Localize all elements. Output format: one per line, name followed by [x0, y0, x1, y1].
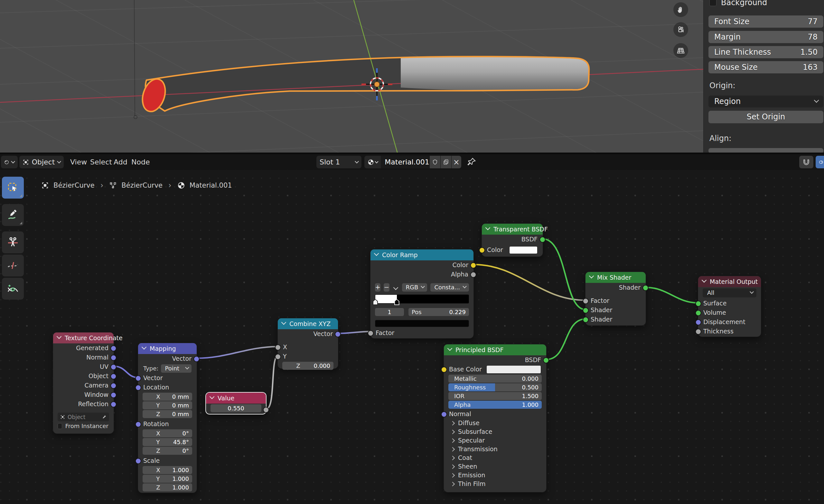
remove-stop-button[interactable]: −: [384, 283, 389, 292]
input-base-color[interactable]: Base Color: [444, 365, 546, 374]
input-shader-1[interactable]: Shader: [586, 305, 646, 315]
output-uv[interactable]: UV: [53, 362, 114, 372]
mouse-size-row[interactable]: Mouse Size 163: [708, 61, 823, 73]
set-origin-button[interactable]: Set Origin: [708, 111, 823, 123]
input-vector[interactable]: Vector: [138, 373, 197, 383]
input-color[interactable]: Color: [482, 245, 543, 255]
input-y[interactable]: Y: [278, 352, 338, 361]
3d-viewport[interactable]: Background Font Size 77 Margin 78 Line T…: [0, 0, 824, 153]
rotation-x-field[interactable]: X0°: [142, 429, 192, 437]
node-header[interactable]: Value: [206, 393, 266, 404]
color-ramp-gradient[interactable]: [375, 295, 469, 303]
input-factor[interactable]: Factor: [371, 328, 474, 337]
menu-select[interactable]: Select: [88, 156, 114, 168]
target-dropdown[interactable]: All: [703, 288, 756, 297]
socket[interactable]: [583, 298, 589, 304]
ramp-stop-1-selected[interactable]: [394, 299, 399, 305]
output-vector[interactable]: Vector: [138, 354, 197, 363]
base-color-swatch[interactable]: [486, 365, 541, 374]
orthographic-grid-icon[interactable]: [674, 43, 688, 58]
node-header[interactable]: Principled BSDF: [444, 344, 546, 355]
rotation-z-field[interactable]: Z0°: [142, 447, 192, 455]
material-browse-button[interactable]: [365, 156, 381, 168]
location-y-field[interactable]: Y0 mm: [142, 401, 192, 409]
node-canvas[interactable]: BézierCurve › BézierCurve › Material.001…: [0, 170, 824, 504]
slot-dropdown[interactable]: Slot 1: [316, 156, 362, 168]
rotation-y-field[interactable]: Y45.8°: [142, 438, 192, 446]
node-color-ramp[interactable]: Color Ramp Color Alpha + − RGB Consta...…: [370, 249, 474, 338]
socket[interactable]: [695, 329, 701, 335]
node-material-output[interactable]: Material Output All Surface Volume Displ…: [698, 276, 761, 337]
color-mode-dropdown[interactable]: RGB: [402, 283, 427, 292]
value-field[interactable]: 0.550: [210, 404, 262, 412]
input-x[interactable]: X: [278, 342, 338, 352]
input-shader-2[interactable]: Shader: [586, 315, 646, 324]
node-header[interactable]: Color Ramp: [371, 249, 474, 261]
socket[interactable]: [470, 262, 476, 269]
section-thin-film[interactable]: Thin Film: [444, 480, 546, 488]
socket[interactable]: [275, 354, 281, 360]
node-header[interactable]: Transparent BSDF: [482, 224, 543, 235]
node-header[interactable]: Combine XYZ: [278, 318, 338, 329]
node-texture-coordinate[interactable]: Texture Coordinate Generated Normal UV O…: [53, 332, 114, 434]
socket[interactable]: [110, 383, 116, 389]
output-normal[interactable]: Normal: [53, 353, 114, 362]
input-normal[interactable]: Normal: [444, 409, 546, 419]
menu-add[interactable]: Add: [112, 156, 129, 168]
input-rotation[interactable]: Rotation: [138, 419, 197, 429]
stop-color-swatch[interactable]: [375, 320, 469, 327]
breadcrumb-data[interactable]: BézierCurve: [121, 182, 163, 189]
socket[interactable]: [275, 344, 281, 350]
input-displacement[interactable]: Displacement: [698, 317, 761, 327]
input-surface[interactable]: Surface: [698, 299, 761, 308]
fake-user-button[interactable]: [430, 156, 440, 168]
node-principled-bsdf[interactable]: Principled BSDF BSDF Base Color Metallic…: [443, 344, 546, 492]
location-x-field[interactable]: X0 mm: [142, 393, 192, 401]
section-specular[interactable]: Specular: [444, 436, 546, 445]
stop-index-field[interactable]: 1: [375, 308, 404, 316]
pin-icon[interactable]: [467, 157, 476, 168]
scale-y-field[interactable]: Y1.000: [142, 475, 192, 483]
tool-add-reroute[interactable]: [2, 278, 24, 300]
input-thickness[interactable]: Thickness: [698, 327, 761, 336]
color-swatch[interactable]: [509, 246, 537, 254]
output-window[interactable]: Window: [53, 390, 114, 399]
socket[interactable]: [110, 373, 116, 380]
section-transmission[interactable]: Transmission: [444, 445, 546, 453]
ramp-stop-0[interactable]: [373, 299, 378, 305]
section-sheen[interactable]: Sheen: [444, 462, 546, 471]
new-material-button[interactable]: [441, 156, 451, 168]
origin-dropdown[interactable]: Region: [708, 96, 823, 107]
output-bsdf[interactable]: BSDF: [444, 355, 546, 365]
output-object[interactable]: Object: [53, 372, 114, 381]
alpha-slider[interactable]: Alpha 1.000: [448, 401, 542, 409]
background-checkbox[interactable]: [709, 0, 717, 6]
socket[interactable]: [695, 301, 701, 307]
socket[interactable]: [695, 319, 701, 325]
add-stop-button[interactable]: +: [375, 283, 381, 292]
tool-annotate[interactable]: [2, 204, 24, 226]
socket[interactable]: [695, 310, 701, 316]
output-bsdf[interactable]: BSDF: [482, 235, 543, 244]
from-instancer-checkbox[interactable]: [58, 423, 62, 429]
socket[interactable]: [479, 247, 485, 253]
input-factor[interactable]: Factor: [586, 296, 646, 305]
object-mode-dropdown[interactable]: Object: [19, 156, 64, 168]
output-alpha[interactable]: Alpha: [371, 270, 474, 279]
node-header[interactable]: Texture Coordinate: [53, 332, 114, 343]
line-thickness-row[interactable]: Line Thickness 1.50: [708, 46, 823, 58]
object-selector-field[interactable]: Object: [58, 413, 109, 421]
output-color[interactable]: Color: [371, 261, 474, 270]
location-z-field[interactable]: Z0 mm: [142, 410, 192, 418]
node-header[interactable]: Mapping: [138, 343, 197, 354]
node-value[interactable]: Value 0.550: [205, 392, 267, 414]
from-instancer-row[interactable]: From Instancer: [53, 421, 114, 431]
scale-x-field[interactable]: X1.000: [142, 466, 192, 474]
output-generated[interactable]: Generated: [53, 343, 114, 353]
mapping-type-dropdown[interactable]: Point: [161, 364, 192, 373]
ramp-options-dropdown[interactable]: [393, 285, 398, 290]
font-size-row[interactable]: Font Size 77: [708, 15, 823, 28]
breadcrumb-object[interactable]: BézierCurve: [54, 182, 95, 189]
pan-hand-icon[interactable]: [674, 2, 688, 17]
overlay-toggle-button[interactable]: [816, 156, 824, 168]
